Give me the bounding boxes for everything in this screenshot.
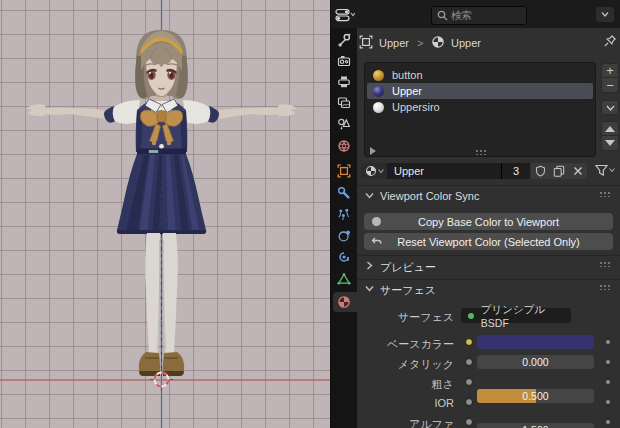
chevron-down-icon [365, 192, 374, 199]
ior-slider[interactable]: 1.500 [477, 423, 594, 428]
base-color-swatch[interactable] [477, 335, 594, 349]
panel-grip[interactable] [599, 284, 612, 290]
chevron-down-icon [606, 105, 615, 111]
shader-value: プリンシプルBSDF [481, 303, 571, 329]
chevron-down-icon [600, 11, 610, 18]
tab-constraints[interactable] [331, 247, 357, 267]
slot-row-upper-selected[interactable]: Upper [367, 83, 593, 99]
tab-object-data[interactable] [331, 269, 357, 289]
tab-particles[interactable] [331, 204, 357, 224]
search-icon [437, 10, 448, 21]
viewport-scene [0, 0, 330, 428]
properties-header: 検索 [331, 0, 620, 28]
slot-name: Upper [392, 86, 422, 97]
blender-window: 検索 [0, 0, 620, 428]
scene-icon [337, 117, 351, 131]
pin-icon [603, 34, 617, 48]
undo-arrow-icon [371, 237, 382, 247]
3d-viewport[interactable] [0, 0, 330, 428]
breadcrumb-object[interactable]: Upper [379, 38, 409, 49]
surface-panel-title[interactable]: サーフェス [380, 283, 436, 298]
move-slot-down-button[interactable] [601, 136, 619, 151]
vcs-expand-chevron[interactable] [365, 192, 374, 199]
triangle-down-icon [605, 140, 615, 146]
material-name-field[interactable]: Upper [387, 163, 508, 179]
panel-grip[interactable] [599, 191, 612, 197]
editor-type-button[interactable] [335, 6, 363, 23]
chevron-down-icon [378, 169, 384, 174]
reset-viewport-color-button[interactable]: Reset Viewport Color (Selected Only) [364, 233, 613, 250]
chevron-right-icon [366, 261, 373, 270]
funnel-icon [594, 163, 609, 178]
tab-scene[interactable] [331, 114, 357, 134]
reset-viewport-color-label: Reset Viewport Color (Selected Only) [397, 236, 580, 248]
roughness-slider[interactable]: 0.500 [477, 389, 594, 403]
material-users-count[interactable]: 3 [501, 163, 530, 179]
filter-button[interactable] [594, 162, 619, 179]
ior-label: IOR [357, 397, 454, 409]
vcs-panel-title[interactable]: Viewport Color Sync [380, 190, 479, 202]
pin-button[interactable] [603, 34, 617, 48]
breadcrumb-material[interactable]: Upper [451, 38, 481, 49]
color-circle-icon [372, 217, 381, 226]
tab-material[interactable] [331, 292, 357, 312]
datablock-ops [531, 163, 587, 179]
unlink-x-icon[interactable] [573, 166, 583, 176]
shader-label: サーフェス [357, 310, 454, 325]
panel-grip[interactable] [599, 261, 612, 267]
slot-row-uppersiro[interactable]: Uppersiro [367, 99, 593, 115]
images-icon [337, 96, 351, 110]
material-sphere-gold-icon [373, 70, 384, 81]
decorator-dot[interactable] [606, 400, 610, 404]
properties-tab-bar [331, 28, 357, 428]
surface-expand-chevron[interactable] [365, 285, 374, 292]
tab-world[interactable] [331, 136, 357, 156]
material-sphere-white-icon [373, 102, 384, 113]
decorator-dot[interactable] [606, 380, 610, 384]
tab-physics[interactable] [331, 226, 357, 246]
chevron-down-icon [365, 285, 374, 292]
slot-row-button[interactable]: button [367, 67, 593, 83]
decorator-dot[interactable] [606, 420, 610, 424]
printer-icon [337, 75, 351, 89]
move-slot-up-button[interactable] [601, 121, 619, 136]
world-globe-icon [337, 139, 351, 153]
new-material-copy-icon[interactable] [553, 165, 565, 177]
header-menu-button[interactable] [596, 7, 614, 22]
shader-node-button[interactable]: プリンシプルBSDF [461, 308, 571, 323]
tab-render[interactable] [331, 51, 357, 71]
metallic-value: 0.000 [477, 355, 594, 369]
physics-icon [337, 229, 351, 243]
metallic-slider[interactable]: 0.000 [477, 355, 594, 369]
copy-base-color-button[interactable]: Copy Base Color to Viewport [364, 213, 613, 230]
search-input[interactable]: 検索 [431, 6, 527, 25]
copy-base-color-label: Copy Base Color to Viewport [418, 216, 559, 228]
preview-panel-title[interactable]: プレビュー [380, 260, 436, 275]
decorator-dot[interactable] [606, 340, 610, 344]
roughness-value: 0.500 [477, 389, 594, 403]
properties-content: Upper > Upper button Upper [357, 28, 620, 428]
tool-icon [337, 33, 351, 47]
slot-name: Uppersiro [392, 102, 440, 113]
alpha-label: アルファ [357, 417, 454, 428]
tab-view-layer[interactable] [331, 93, 357, 113]
add-slot-button[interactable]: + [601, 63, 619, 78]
base-color-socket-icon [465, 338, 473, 346]
constraint-icon [337, 250, 351, 264]
list-filter-expand-icon[interactable] [370, 147, 376, 155]
tab-output[interactable] [331, 72, 357, 92]
material-sphere-icon [337, 295, 351, 309]
tab-modifiers[interactable] [331, 183, 357, 203]
fake-user-shield-icon[interactable] [535, 165, 546, 177]
remove-slot-button[interactable]: − [601, 78, 619, 93]
tab-object[interactable] [331, 161, 357, 181]
roughness-label: 粗さ [357, 377, 454, 392]
browse-material-button[interactable] [361, 163, 387, 179]
preview-expand-chevron[interactable] [366, 261, 373, 270]
material-slot-list[interactable]: button Upper Uppersiro [364, 62, 596, 157]
tab-tool[interactable] [331, 30, 357, 50]
wrench-icon [337, 186, 351, 200]
decorator-dot[interactable] [606, 360, 610, 364]
slot-specials-button[interactable] [601, 100, 619, 115]
list-resize-grip[interactable] [475, 149, 488, 155]
